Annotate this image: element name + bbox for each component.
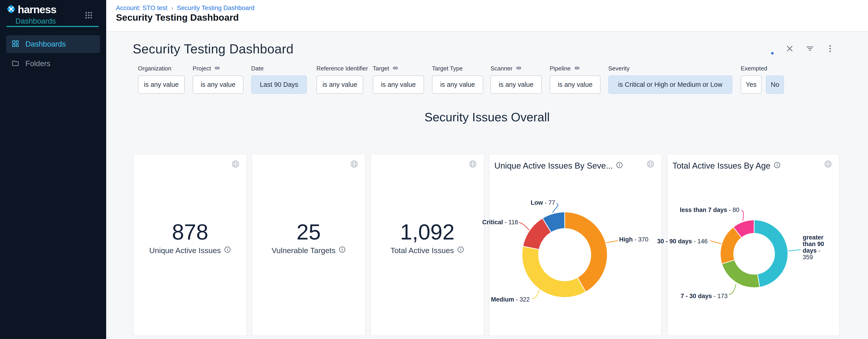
- filter-value-project[interactable]: is any value: [193, 76, 243, 94]
- globe-icon: [231, 160, 240, 169]
- filter-bar: Organization is any value Project is any…: [0, 64, 868, 94]
- filter-label: Project: [193, 65, 211, 72]
- filter-group-exempted: Exempted Yes No: [741, 64, 784, 94]
- donut-label-critical: Critical - 116: [482, 219, 518, 226]
- filter-group-target-type: Target Type is any value: [432, 64, 483, 94]
- donut-label-30-90-days: 30 - 90 days - 146: [657, 238, 708, 245]
- harness-logo[interactable]: harness: [6, 3, 56, 16]
- breadcrumb: Account: STO test › Security Testing Das…: [116, 4, 254, 12]
- leader-line-less-than-7-days: [741, 210, 743, 221]
- filter-label: Severity: [608, 65, 629, 72]
- security-testing-dashboard-page: harness Dashboards Dashboards: [0, 0, 868, 339]
- metric-card-total-active-issues: 1,092 Total Active Issues: [370, 154, 484, 336]
- sidebar: harness Dashboards Dashboards: [0, 0, 106, 339]
- globe-icon: [350, 160, 359, 169]
- filter-value-target-type[interactable]: is any value: [432, 76, 483, 94]
- filter-value-organization[interactable]: is any value: [138, 76, 185, 94]
- cursor-dot: [771, 52, 774, 55]
- harness-logo-mark-icon: [6, 4, 16, 15]
- metric-label: Total Active Issues: [391, 246, 454, 255]
- filter-value-target[interactable]: is any value: [373, 76, 424, 94]
- metric-card-unique-active-issues: 878 Unique Active Issues: [133, 154, 247, 336]
- filter-group-target: Target is any value: [373, 64, 424, 94]
- filter-label: Reference Identifier: [316, 65, 368, 72]
- metric-label: Vulnerable Targets: [272, 246, 336, 255]
- filter-value-reference-identifier[interactable]: is any value: [316, 76, 363, 94]
- filter-group-severity: Severity is Critical or High or Medium o…: [608, 64, 732, 94]
- link-icon: [516, 65, 522, 72]
- info-icon[interactable]: [457, 246, 464, 255]
- donut-label-7-30-days: 7 - 30 days - 173: [681, 293, 727, 300]
- metric-value: 1,092: [371, 221, 484, 243]
- metric-card-vulnerable-targets: 25 Vulnerable Targets: [252, 154, 366, 336]
- page-title: Security Testing Dashboard: [116, 12, 239, 23]
- dashboard-panel-title: Security Testing Dashboard: [133, 41, 293, 56]
- donut-label-less-than-7-days: less than 7 days - 80: [680, 206, 739, 214]
- sidebar-accent-divider: [6, 26, 99, 27]
- chevron-right-icon: ›: [171, 4, 173, 12]
- filter-icon[interactable]: [805, 44, 814, 54]
- link-icon: [392, 65, 398, 72]
- close-icon[interactable]: [785, 44, 794, 54]
- filter-label: Date: [251, 65, 264, 72]
- filter-group-organization: Organization is any value: [138, 64, 185, 94]
- breadcrumb-account-link[interactable]: Account: STO test: [116, 4, 167, 11]
- donut-label-greater-than-90-days: greater than 90 days - 359: [803, 234, 827, 261]
- filter-label: Pipeline: [550, 65, 571, 72]
- dashboards-icon: [11, 39, 20, 49]
- link-icon: [214, 65, 220, 72]
- severity-donut-chart[interactable]: [489, 154, 662, 336]
- info-icon[interactable]: [224, 246, 231, 255]
- filter-value-date[interactable]: Last 90 Days: [251, 76, 307, 94]
- filter-label: Target Type: [432, 65, 463, 72]
- info-icon[interactable]: [339, 246, 346, 255]
- filter-value-scanner[interactable]: is any value: [491, 76, 542, 94]
- filter-group-date: Date Last 90 Days: [251, 64, 307, 94]
- leader-line-7-30-days: [729, 284, 736, 294]
- exempted-no-button[interactable]: No: [766, 76, 784, 94]
- leader-line-medium: [532, 289, 539, 298]
- filter-label: Organization: [138, 65, 171, 72]
- donut-slice[interactable]: [722, 260, 760, 288]
- leader-line-30-90-days: [710, 241, 722, 244]
- donut-slice[interactable]: [754, 220, 788, 287]
- metric-label: Unique Active Issues: [149, 246, 221, 255]
- section-title: Security Issues Overall: [106, 110, 868, 124]
- filter-value-severity[interactable]: is Critical or High or Medium or Low: [608, 76, 732, 94]
- donut-label-medium: Medium - 322: [491, 296, 530, 303]
- donut-label-high: High - 370: [619, 236, 648, 243]
- metric-value: 878: [134, 221, 247, 243]
- filter-group-scanner: Scanner is any value: [491, 64, 542, 94]
- apps-grid-icon[interactable]: [84, 11, 93, 21]
- donut-slice[interactable]: [522, 246, 586, 298]
- filter-value-pipeline[interactable]: is any value: [550, 76, 600, 94]
- filter-group-project: Project is any value: [193, 64, 243, 94]
- filter-group-pipeline: Pipeline is any value: [550, 64, 600, 94]
- globe-icon: [468, 160, 477, 169]
- leader-line-high: [606, 241, 618, 243]
- sidebar-item-dashboards[interactable]: Dashboards: [6, 35, 100, 53]
- dashboard-toolbar: [785, 44, 834, 54]
- sidebar-item-label: Dashboards: [25, 40, 66, 48]
- leader-line-greater-than-90-days: [788, 250, 801, 251]
- filter-group-reference-identifier: Reference Identifier is any value: [316, 64, 363, 94]
- donut-label-low: Low - 77: [531, 199, 555, 206]
- logo-wordmark: harness: [18, 3, 56, 16]
- leader-line-critical: [519, 222, 529, 230]
- filter-label: Target: [373, 65, 389, 72]
- link-icon: [574, 65, 580, 72]
- top-header: Account: STO test › Security Testing Das…: [106, 0, 868, 32]
- metric-value: 25: [252, 221, 365, 243]
- filter-label: Scanner: [491, 65, 513, 72]
- exempted-yes-button[interactable]: Yes: [741, 76, 762, 94]
- kebab-menu-icon[interactable]: [826, 44, 834, 54]
- product-name: Dashboards: [16, 17, 56, 25]
- breadcrumb-current-link[interactable]: Security Testing Dashboard: [177, 4, 254, 11]
- chart-card-issues-by-severity: Unique Active Issues By Seve... Low - 77…: [489, 154, 662, 336]
- chart-card-issues-by-age: Total Active Issues By Age less than 7 d…: [667, 154, 839, 336]
- filter-label: Exempted: [741, 65, 767, 72]
